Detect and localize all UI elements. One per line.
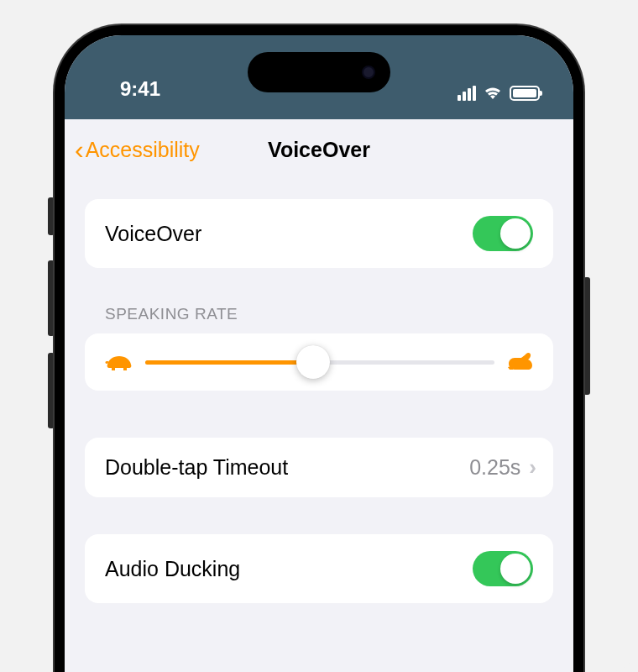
slider-thumb[interactable] <box>296 345 330 379</box>
speaking-rate-slider[interactable] <box>145 360 494 365</box>
tortoise-icon <box>105 353 133 371</box>
back-button[interactable]: ‹ Accessibility <box>75 134 200 165</box>
page-title: VoiceOver <box>268 138 370 162</box>
speaking-rate-row <box>85 333 553 391</box>
audio-ducking-row: Audio Ducking <box>85 534 553 603</box>
status-bar: 9:41 <box>65 35 573 119</box>
double-tap-value: 0.25s <box>469 455 520 480</box>
slider-fill <box>145 360 313 365</box>
audio-ducking-label: Audio Ducking <box>105 557 240 581</box>
front-camera <box>362 66 375 79</box>
dynamic-island <box>248 52 390 92</box>
rabbit-icon <box>506 352 533 372</box>
content-area: VoiceOver SPEAKING RATE <box>65 182 573 620</box>
double-tap-timeout-row[interactable]: Double-tap Timeout 0.25s › <box>85 438 553 497</box>
back-label: Accessibility <box>86 138 200 162</box>
voiceover-toggle-row: VoiceOver <box>85 199 553 268</box>
speaking-rate-header: SPEAKING RATE <box>105 305 553 323</box>
toggle-knob <box>500 218 531 249</box>
voiceover-toggle[interactable] <box>473 216 533 251</box>
phone-side-button-volume-up <box>48 260 55 336</box>
double-tap-label: Double-tap Timeout <box>105 455 288 480</box>
status-time: 9:41 <box>120 77 160 101</box>
audio-ducking-toggle[interactable] <box>473 551 533 586</box>
phone-screen: 9:41 ‹ Accessibility <box>65 35 573 672</box>
battery-icon <box>510 86 540 101</box>
phone-side-button-silent <box>48 197 55 235</box>
navigation-bar: ‹ Accessibility VoiceOver <box>65 119 573 182</box>
phone-frame: 9:41 ‹ Accessibility <box>55 25 583 672</box>
wifi-icon <box>483 86 503 101</box>
cellular-signal-icon <box>458 86 476 101</box>
toggle-knob <box>500 554 531 584</box>
chevron-left-icon: ‹ <box>75 134 84 165</box>
voiceover-label: VoiceOver <box>105 222 201 246</box>
phone-side-button-power <box>583 277 590 395</box>
phone-side-button-volume-down <box>48 353 55 428</box>
chevron-right-icon: › <box>529 454 536 480</box>
status-icons <box>458 86 540 101</box>
